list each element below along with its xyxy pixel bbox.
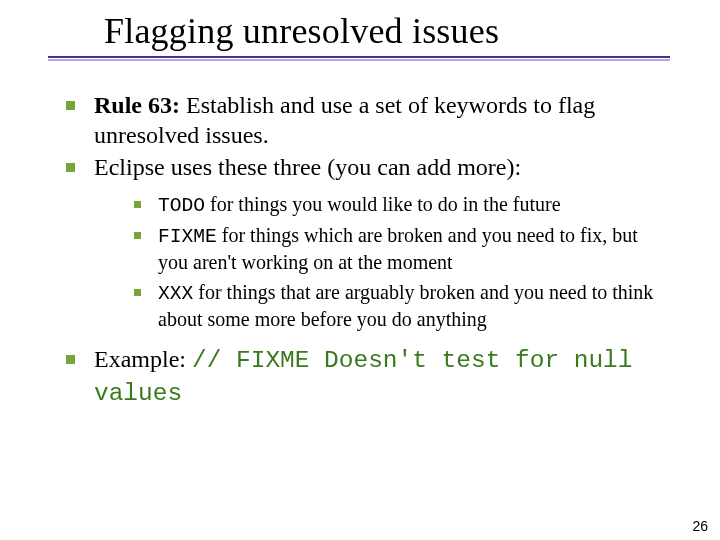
example-label: Example:: [94, 346, 192, 372]
title-underline: [48, 56, 670, 58]
bullet-rule: Rule 63: Establish and use a set of keyw…: [60, 90, 670, 150]
eclipse-text: Eclipse uses these three (you can add mo…: [94, 154, 521, 180]
bullet-eclipse: Eclipse uses these three (you can add mo…: [60, 152, 670, 332]
sub-todo: TODO for things you would like to do in …: [128, 192, 670, 219]
todo-text: for things you would like to do in the f…: [205, 193, 561, 215]
title-area: Flagging unresolved issues: [48, 10, 680, 58]
slide-title: Flagging unresolved issues: [104, 10, 680, 52]
bullet-example: Example: // FIXME Doesn't test for null …: [60, 344, 670, 409]
sub-bullet-list: TODO for things you would like to do in …: [128, 192, 670, 332]
page-number: 26: [692, 518, 708, 534]
sub-fixme: FIXME for things which are broken and yo…: [128, 223, 670, 276]
xxx-code: XXX: [158, 283, 193, 305]
sub-xxx: XXX for things that are arguably broken …: [128, 280, 670, 333]
todo-code: TODO: [158, 195, 205, 217]
rule-prefix: Rule 63:: [94, 92, 180, 118]
fixme-text: for things which are broken and you need…: [158, 224, 638, 273]
slide-body: Rule 63: Establish and use a set of keyw…: [60, 90, 670, 412]
bullet-list: Rule 63: Establish and use a set of keyw…: [60, 90, 670, 410]
slide: Flagging unresolved issues Rule 63: Esta…: [0, 0, 720, 540]
xxx-text: for things that are arguably broken and …: [158, 281, 653, 330]
fixme-code: FIXME: [158, 226, 217, 248]
